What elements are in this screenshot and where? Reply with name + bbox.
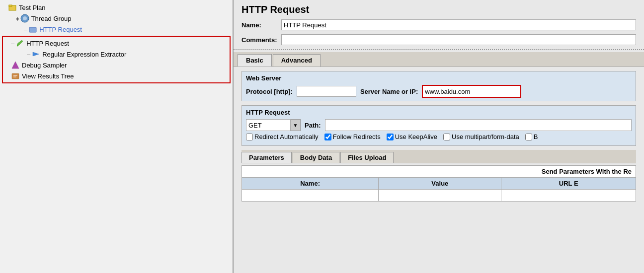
checkbox-follow-redirects: Follow Redirects — [324, 133, 381, 140]
tree-label-results: View Results Tree — [22, 72, 74, 80]
protocol-input[interactable] — [297, 86, 356, 97]
method-wrapper: GET POST PUT DELETE ▼ — [246, 119, 301, 131]
tree-label-regex: Regular Expression Extractor — [42, 51, 126, 58]
tree-item-thread-group[interactable]: ♦ Thread Group — [0, 13, 233, 24]
comments-input[interactable] — [281, 34, 636, 45]
pencil-icon — [15, 39, 24, 48]
checkbox-multipart: Use multipart/form-data — [443, 133, 519, 140]
sub-tab-parameters[interactable]: Parameters — [242, 152, 292, 163]
content-area: Web Server Protocol [http]: Server Name … — [234, 67, 644, 205]
comments-row: Comments: — [234, 32, 644, 47]
name-label: Name: — [242, 21, 281, 29]
debug-icon — [11, 61, 20, 69]
svg-point-3 — [23, 16, 27, 20]
connector-thread: ♦ — [16, 15, 19, 22]
keepalive-checkbox[interactable] — [387, 134, 394, 140]
sub-tabs: Parameters Body Data Files Upload — [242, 150, 636, 163]
path-input[interactable] — [325, 119, 632, 131]
follow-redirects-checkbox[interactable] — [324, 134, 331, 140]
web-server-row: Protocol [http]: Server Name or IP: — [246, 85, 632, 98]
right-panel: HTTP Request Name: Comments: Basic Advan… — [234, 0, 644, 273]
svg-rect-9 — [12, 73, 19, 79]
connector-http-sel: – — [11, 40, 14, 47]
divider — [234, 49, 644, 50]
comments-label: Comments: — [242, 36, 281, 44]
name-row: Name: — [234, 17, 644, 32]
tree-item-http-selected[interactable]: – HTTP Request — [3, 38, 230, 49]
tree-item-regex[interactable]: – Regular Expression Extractor — [3, 49, 230, 60]
thread-icon — [20, 14, 29, 23]
connector-http-parent: – — [24, 26, 27, 33]
browser-label: B — [534, 133, 538, 140]
follow-redirects-label: Follow Redirects — [333, 133, 381, 140]
panel-title: HTTP Request — [234, 0, 644, 17]
tree-item-debug[interactable]: Debug Sampler — [3, 60, 230, 70]
svg-rect-1 — [9, 5, 12, 6]
results-icon — [11, 71, 20, 80]
http-request-section: HTTP Request GET POST PUT DELETE ▼ Path: — [242, 105, 636, 146]
table-row — [242, 190, 636, 202]
http-request-section-title: HTTP Request — [246, 109, 632, 116]
left-panel: Test Plan ♦ Thread Group – HTTP Request … — [0, 0, 234, 273]
checkbox-redirect-auto: Redirect Automatically — [246, 133, 319, 140]
main-tabs: Basic Advanced — [234, 52, 644, 67]
tree-item-results[interactable]: View Results Tree — [3, 70, 230, 81]
tree-label-http-parent: HTTP Request — [39, 26, 82, 33]
redirect-auto-label: Redirect Automatically — [254, 133, 319, 140]
svg-rect-4 — [29, 27, 36, 32]
method-dropdown-btn[interactable]: ▼ — [291, 119, 301, 131]
checkbox-keepalive: Use KeepAlive — [387, 133, 437, 140]
params-table: Send Parameters With the Re Name: Value … — [242, 165, 636, 202]
multipart-checkbox[interactable] — [443, 134, 450, 140]
path-label: Path: — [305, 122, 321, 129]
redirect-auto-checkbox[interactable] — [246, 134, 253, 140]
tree-label-http-selected: HTTP Request — [26, 40, 69, 47]
multipart-label: Use multipart/form-data — [452, 133, 519, 140]
sub-tab-body-data[interactable]: Body Data — [293, 152, 339, 163]
svg-marker-7 — [33, 52, 39, 56]
tree-label-thread-group: Thread Group — [31, 15, 72, 22]
tab-basic[interactable]: Basic — [238, 54, 272, 67]
sub-tab-files-upload[interactable]: Files Upload — [340, 152, 394, 163]
tab-advanced[interactable]: Advanced — [273, 54, 321, 67]
cell-value — [379, 190, 501, 202]
tree-label-test-plan: Test Plan — [19, 4, 45, 11]
send-params-header: Send Parameters With the Re — [242, 166, 636, 178]
protocol-label: Protocol [http]: — [246, 88, 293, 95]
checkbox-browser: B — [525, 133, 538, 140]
tree-item-http-parent[interactable]: – HTTP Request — [0, 24, 233, 35]
selected-tree-group: – HTTP Request – Regular Expression Extr… — [2, 36, 231, 83]
svg-marker-8 — [12, 62, 19, 68]
web-server-section: Web Server Protocol [http]: Server Name … — [242, 71, 636, 101]
web-server-title: Web Server — [246, 74, 632, 82]
server-name-input[interactable] — [422, 85, 521, 98]
cell-name — [242, 190, 379, 202]
col-value: Value — [379, 178, 501, 190]
method-select[interactable]: GET POST PUT DELETE — [246, 119, 291, 131]
col-name: Name: — [242, 178, 379, 190]
keepalive-label: Use KeepAlive — [395, 133, 437, 140]
browser-checkbox[interactable] — [525, 134, 532, 140]
col-url: URL E — [501, 178, 636, 190]
checkboxes-row: Redirect Automatically Follow Redirects … — [246, 131, 632, 142]
http-parent-icon — [28, 25, 37, 34]
method-path-row: GET POST PUT DELETE ▼ Path: — [246, 119, 632, 131]
connector-regex: – — [27, 51, 30, 58]
folder-icon — [8, 3, 17, 12]
tree-item-test-plan[interactable]: Test Plan — [0, 2, 233, 13]
name-input[interactable] — [281, 19, 636, 30]
tree-label-debug: Debug Sampler — [22, 62, 67, 69]
server-label: Server Name or IP: — [360, 88, 418, 95]
arrow-icon — [31, 50, 40, 59]
cell-url — [501, 190, 636, 202]
